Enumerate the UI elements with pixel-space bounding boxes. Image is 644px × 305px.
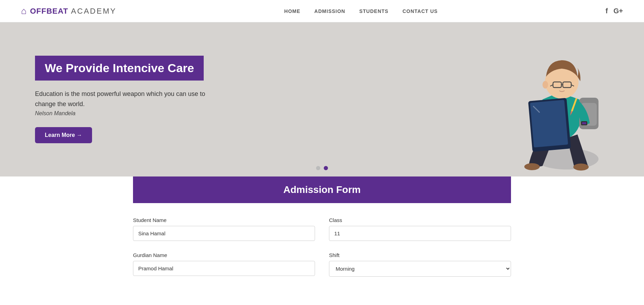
- guardian-name-label: Gurdian Name: [133, 252, 315, 258]
- googleplus-icon[interactable]: G+: [614, 7, 623, 15]
- student-name-group: Student Name: [133, 217, 315, 241]
- nav-item-admission[interactable]: ADMISSION: [314, 8, 345, 14]
- form-row-1: Student Name Class: [133, 217, 511, 241]
- hero-title: We Provide Intencive Care: [35, 56, 204, 81]
- hero-section: We Provide Intencive Care Education is t…: [0, 22, 644, 176]
- student-name-input[interactable]: [133, 226, 315, 241]
- svg-rect-16: [582, 122, 586, 124]
- hero-illustration: [497, 29, 644, 176]
- brand-text: OFFBEAT ACADEMY: [30, 7, 117, 16]
- form-header: Admission Form: [133, 176, 511, 203]
- brand-logo[interactable]: ⌂ OFFBEAT ACADEMY: [21, 6, 117, 16]
- hero-content: We Provide Intencive Care Education is t…: [0, 35, 245, 165]
- facebook-icon[interactable]: f: [606, 7, 608, 15]
- form-row-2: Gurdian Name Shift Morning Afternoon Eve…: [133, 252, 511, 277]
- social-links: f G+: [606, 7, 623, 15]
- guardian-name-group: Gurdian Name: [133, 252, 315, 277]
- hero-author: Nelson Mandela: [35, 110, 210, 117]
- nav-menu: HOME ADMISSION STUDENTS CONTACT US: [284, 8, 438, 14]
- svg-rect-11: [530, 100, 568, 147]
- hero-quote: Education is the most powerful weapon wh…: [35, 89, 210, 109]
- navbar: ⌂ OFFBEAT ACADEMY HOME ADMISSION STUDENT…: [0, 0, 644, 22]
- class-label: Class: [329, 217, 511, 223]
- nav-item-contact[interactable]: CONTACT US: [402, 8, 438, 14]
- nav-item-home[interactable]: HOME: [284, 8, 300, 14]
- shift-group: Shift Morning Afternoon Evening: [329, 252, 511, 277]
- admission-form-section: Admission Form Student Name Class Gurdia…: [112, 176, 532, 305]
- carousel-dot-1[interactable]: [316, 166, 320, 170]
- shift-select[interactable]: Morning Afternoon Evening: [329, 261, 511, 277]
- guardian-name-input[interactable]: [133, 261, 315, 276]
- student-name-label: Student Name: [133, 217, 315, 223]
- house-icon: ⌂: [21, 6, 27, 16]
- carousel-dots: [316, 166, 328, 170]
- svg-point-17: [524, 163, 540, 170]
- learn-more-button[interactable]: Learn More →: [35, 127, 92, 143]
- svg-point-18: [573, 164, 589, 171]
- nav-item-students[interactable]: STUDENTS: [359, 8, 388, 14]
- svg-point-9: [542, 81, 548, 89]
- shift-label: Shift: [329, 252, 511, 258]
- carousel-dot-2[interactable]: [324, 166, 328, 170]
- class-group: Class: [329, 217, 511, 241]
- class-input[interactable]: [329, 226, 511, 241]
